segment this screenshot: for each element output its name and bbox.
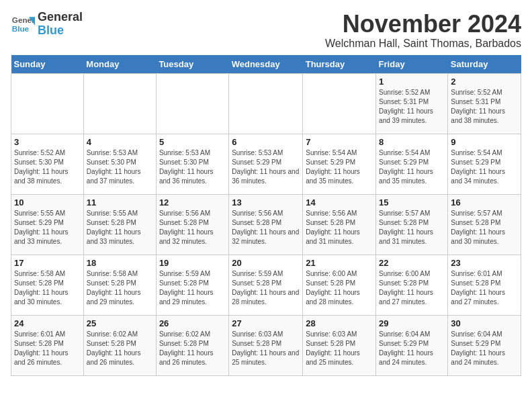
month-title: November 2024 <box>325 11 521 38</box>
title-block: November 2024 Welchman Hall, Saint Thoma… <box>325 11 521 50</box>
day-number: 16 <box>451 197 518 208</box>
calendar-cell: 23Sunrise: 6:01 AM Sunset: 5:28 PM Dayli… <box>448 255 521 315</box>
calendar-cell: 28Sunrise: 6:03 AM Sunset: 5:28 PM Dayli… <box>303 315 376 375</box>
location-title: Welchman Hall, Saint Thomas, Barbados <box>325 38 521 50</box>
calendar-header: SundayMondayTuesdayWednesdayThursdayFrid… <box>11 55 521 74</box>
day-info: Sunrise: 5:59 AM Sunset: 5:28 PM Dayligh… <box>159 269 226 307</box>
calendar-cell: 10Sunrise: 5:55 AM Sunset: 5:29 PM Dayli… <box>11 194 84 255</box>
calendar-cell: 22Sunrise: 6:00 AM Sunset: 5:28 PM Dayli… <box>376 255 448 315</box>
day-info: Sunrise: 5:53 AM Sunset: 5:30 PM Dayligh… <box>87 148 153 186</box>
day-info: Sunrise: 6:00 AM Sunset: 5:28 PM Dayligh… <box>379 269 445 307</box>
day-number: 1 <box>379 77 445 87</box>
calendar-cell: 8Sunrise: 5:54 AM Sunset: 5:29 PM Daylig… <box>376 134 448 194</box>
day-number: 9 <box>451 137 518 147</box>
day-number: 12 <box>159 197 226 208</box>
calendar-cell: 19Sunrise: 5:59 AM Sunset: 5:28 PM Dayli… <box>156 255 228 315</box>
day-info: Sunrise: 6:04 AM Sunset: 5:29 PM Dayligh… <box>451 330 518 367</box>
day-info: Sunrise: 5:56 AM Sunset: 5:28 PM Dayligh… <box>159 209 226 246</box>
day-of-week-header: Monday <box>83 55 156 74</box>
day-info: Sunrise: 5:57 AM Sunset: 5:28 PM Dayligh… <box>379 209 445 246</box>
day-info: Sunrise: 6:02 AM Sunset: 5:28 PM Dayligh… <box>159 330 226 367</box>
day-number: 14 <box>306 197 373 208</box>
calendar-cell <box>229 73 303 134</box>
day-number: 23 <box>451 258 518 268</box>
calendar-week-row: 10Sunrise: 5:55 AM Sunset: 5:29 PM Dayli… <box>11 194 521 255</box>
calendar-cell: 6Sunrise: 5:53 AM Sunset: 5:29 PM Daylig… <box>229 134 303 194</box>
day-number: 10 <box>14 197 81 208</box>
day-info: Sunrise: 5:52 AM Sunset: 5:31 PM Dayligh… <box>379 88 445 126</box>
day-info: Sunrise: 5:52 AM Sunset: 5:31 PM Dayligh… <box>451 88 518 126</box>
day-of-week-header: Wednesday <box>229 55 303 74</box>
calendar-cell: 17Sunrise: 5:58 AM Sunset: 5:28 PM Dayli… <box>11 255 84 315</box>
day-info: Sunrise: 5:59 AM Sunset: 5:28 PM Dayligh… <box>232 269 300 307</box>
day-number: 25 <box>87 318 153 328</box>
day-number: 6 <box>232 137 300 147</box>
calendar-cell: 18Sunrise: 5:58 AM Sunset: 5:28 PM Dayli… <box>83 255 156 315</box>
calendar-table: SundayMondayTuesdayWednesdayThursdayFrid… <box>11 55 521 376</box>
logo-icon: General Blue <box>11 12 35 36</box>
day-number: 13 <box>232 197 300 208</box>
day-number: 5 <box>159 137 226 147</box>
logo-text: General Blue <box>38 11 83 38</box>
calendar-cell: 24Sunrise: 6:01 AM Sunset: 5:28 PM Dayli… <box>11 315 84 375</box>
day-number: 30 <box>451 318 518 328</box>
day-info: Sunrise: 6:01 AM Sunset: 5:28 PM Dayligh… <box>451 269 518 307</box>
calendar-cell: 14Sunrise: 5:56 AM Sunset: 5:28 PM Dayli… <box>303 194 376 255</box>
day-info: Sunrise: 5:54 AM Sunset: 5:29 PM Dayligh… <box>451 148 518 186</box>
day-info: Sunrise: 5:58 AM Sunset: 5:28 PM Dayligh… <box>14 269 81 307</box>
day-of-week-header: Saturday <box>448 55 521 74</box>
day-number: 3 <box>14 137 81 147</box>
day-number: 4 <box>87 137 153 147</box>
day-info: Sunrise: 6:02 AM Sunset: 5:28 PM Dayligh… <box>87 330 153 367</box>
calendar-cell: 15Sunrise: 5:57 AM Sunset: 5:28 PM Dayli… <box>376 194 448 255</box>
calendar-cell: 13Sunrise: 5:56 AM Sunset: 5:28 PM Dayli… <box>229 194 303 255</box>
day-number: 27 <box>232 318 300 328</box>
day-info: Sunrise: 6:04 AM Sunset: 5:29 PM Dayligh… <box>379 330 445 367</box>
calendar-cell: 1Sunrise: 5:52 AM Sunset: 5:31 PM Daylig… <box>376 73 448 134</box>
calendar-week-row: 17Sunrise: 5:58 AM Sunset: 5:28 PM Dayli… <box>11 255 521 315</box>
day-info: Sunrise: 6:00 AM Sunset: 5:28 PM Dayligh… <box>306 269 373 307</box>
calendar-cell: 29Sunrise: 6:04 AM Sunset: 5:29 PM Dayli… <box>376 315 448 375</box>
calendar-body: 1Sunrise: 5:52 AM Sunset: 5:31 PM Daylig… <box>11 73 521 375</box>
day-of-week-header: Sunday <box>11 55 84 74</box>
day-number: 20 <box>232 258 300 268</box>
calendar-cell: 27Sunrise: 6:03 AM Sunset: 5:28 PM Dayli… <box>229 315 303 375</box>
calendar-cell <box>303 73 376 134</box>
day-number: 19 <box>159 258 226 268</box>
day-info: Sunrise: 5:52 AM Sunset: 5:30 PM Dayligh… <box>14 148 81 186</box>
calendar-cell: 11Sunrise: 5:55 AM Sunset: 5:28 PM Dayli… <box>83 194 156 255</box>
calendar-week-row: 24Sunrise: 6:01 AM Sunset: 5:28 PM Dayli… <box>11 315 521 375</box>
calendar-cell: 25Sunrise: 6:02 AM Sunset: 5:28 PM Dayli… <box>83 315 156 375</box>
day-number: 29 <box>379 318 445 328</box>
day-number: 24 <box>14 318 81 328</box>
day-info: Sunrise: 5:56 AM Sunset: 5:28 PM Dayligh… <box>306 209 373 246</box>
day-info: Sunrise: 6:03 AM Sunset: 5:28 PM Dayligh… <box>232 330 300 367</box>
day-info: Sunrise: 5:57 AM Sunset: 5:28 PM Dayligh… <box>451 209 518 246</box>
day-of-week-header: Thursday <box>303 55 376 74</box>
header-row: SundayMondayTuesdayWednesdayThursdayFrid… <box>11 55 521 74</box>
calendar-cell: 5Sunrise: 5:53 AM Sunset: 5:30 PM Daylig… <box>156 134 228 194</box>
svg-text:Blue: Blue <box>12 24 30 33</box>
calendar-cell: 16Sunrise: 5:57 AM Sunset: 5:28 PM Dayli… <box>448 194 521 255</box>
day-number: 28 <box>306 318 373 328</box>
day-info: Sunrise: 5:56 AM Sunset: 5:28 PM Dayligh… <box>232 209 300 246</box>
day-number: 7 <box>306 137 373 147</box>
calendar-cell: 2Sunrise: 5:52 AM Sunset: 5:31 PM Daylig… <box>448 73 521 134</box>
day-of-week-header: Friday <box>376 55 448 74</box>
day-info: Sunrise: 6:01 AM Sunset: 5:28 PM Dayligh… <box>14 330 81 367</box>
day-number: 26 <box>159 318 226 328</box>
day-info: Sunrise: 5:53 AM Sunset: 5:29 PM Dayligh… <box>232 148 300 186</box>
day-info: Sunrise: 5:53 AM Sunset: 5:30 PM Dayligh… <box>159 148 226 186</box>
day-number: 2 <box>451 77 518 87</box>
logo: General Blue General Blue <box>11 11 83 38</box>
day-number: 11 <box>87 197 153 208</box>
calendar-cell: 3Sunrise: 5:52 AM Sunset: 5:30 PM Daylig… <box>11 134 84 194</box>
calendar-cell <box>83 73 156 134</box>
day-info: Sunrise: 5:55 AM Sunset: 5:28 PM Dayligh… <box>87 209 153 246</box>
calendar-cell: 12Sunrise: 5:56 AM Sunset: 5:28 PM Dayli… <box>156 194 228 255</box>
day-number: 15 <box>379 197 445 208</box>
calendar-cell <box>11 73 84 134</box>
day-number: 21 <box>306 258 373 268</box>
calendar-cell: 20Sunrise: 5:59 AM Sunset: 5:28 PM Dayli… <box>229 255 303 315</box>
calendar-cell: 9Sunrise: 5:54 AM Sunset: 5:29 PM Daylig… <box>448 134 521 194</box>
